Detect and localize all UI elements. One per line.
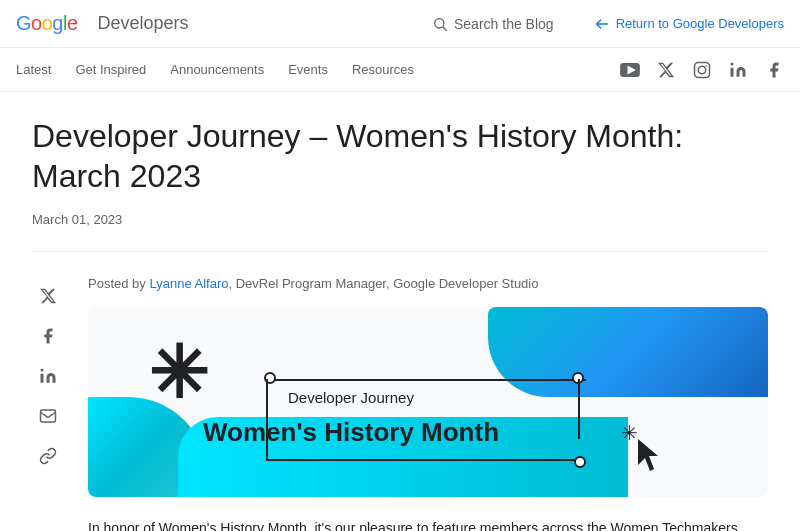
main-content: Developer Journey – Women's History Mont… (0, 92, 800, 531)
nav-items: Latest Get Inspired Announcements Events… (16, 58, 414, 81)
search-icon (432, 16, 448, 32)
svg-point-5 (698, 66, 706, 74)
hero-image: ✳ Developer Journey Women's History Mont… (88, 307, 768, 497)
hero-cursor (636, 437, 668, 481)
search-area[interactable]: Search the Blog (432, 16, 554, 32)
author-line: Posted by Lyanne Alfaro, DevRel Program … (88, 276, 768, 291)
content-area: Posted by Lyanne Alfaro, DevRel Program … (88, 276, 768, 531)
logo-developers-text: Developers (98, 13, 189, 34)
social-sidebar (32, 276, 64, 531)
hero-dot3 (574, 456, 586, 468)
hero-text-journey: Developer Journey (288, 389, 414, 406)
hero-line3 (578, 379, 580, 439)
linkedin-icon[interactable] (728, 60, 748, 80)
divider (32, 251, 768, 252)
article-date: March 01, 2023 (32, 212, 768, 227)
return-arrow-icon (594, 16, 610, 32)
logo-area[interactable]: Google Developers (16, 12, 189, 35)
search-text: Search the Blog (454, 16, 554, 32)
main-nav: Latest Get Inspired Announcements Events… (0, 48, 800, 92)
hero-asterisk: ✳ (148, 337, 208, 409)
facebook-side-icon[interactable] (36, 324, 60, 348)
hero-connector-line (266, 379, 586, 381)
svg-point-8 (41, 369, 44, 372)
youtube-icon[interactable] (620, 60, 640, 80)
article-body: Posted by Lyanne Alfaro, DevRel Program … (32, 276, 768, 531)
article-text: In honor of Women's History Month, it's … (88, 517, 768, 531)
link-side-icon[interactable] (36, 444, 60, 468)
instagram-icon[interactable] (692, 60, 712, 80)
linkedin-side-icon[interactable] (36, 364, 60, 388)
hero-bg-teal (488, 307, 768, 397)
nav-social (620, 60, 784, 80)
svg-line-1 (443, 27, 447, 31)
google-logo: Google (16, 12, 78, 35)
article-title: Developer Journey – Women's History Mont… (32, 116, 768, 196)
svg-rect-4 (695, 62, 710, 77)
nav-item-announcements[interactable]: Announcements (170, 58, 264, 81)
hero-text-whm: Women's History Month (203, 417, 499, 448)
author-suffix: , DevRel Program Manager, Google Develop… (228, 276, 538, 291)
nav-item-resources[interactable]: Resources (352, 58, 414, 81)
return-link[interactable]: Return to Google Developers (594, 16, 784, 32)
header: Google Developers Search the Blog Return… (0, 0, 800, 48)
svg-rect-9 (41, 410, 56, 422)
author-prefix: Posted by (88, 276, 149, 291)
facebook-icon[interactable] (764, 60, 784, 80)
hero-bottom-line (266, 459, 578, 461)
nav-item-get-inspired[interactable]: Get Inspired (75, 58, 146, 81)
twitter-icon[interactable] (656, 60, 676, 80)
nav-item-latest[interactable]: Latest (16, 58, 51, 81)
email-side-icon[interactable] (36, 404, 60, 428)
svg-point-0 (435, 18, 444, 27)
svg-point-7 (731, 62, 734, 65)
twitter-side-icon[interactable] (36, 284, 60, 308)
svg-point-6 (705, 65, 707, 67)
return-text: Return to Google Developers (616, 16, 784, 31)
author-link[interactable]: Lyanne Alfaro (149, 276, 228, 291)
nav-item-events[interactable]: Events (288, 58, 328, 81)
